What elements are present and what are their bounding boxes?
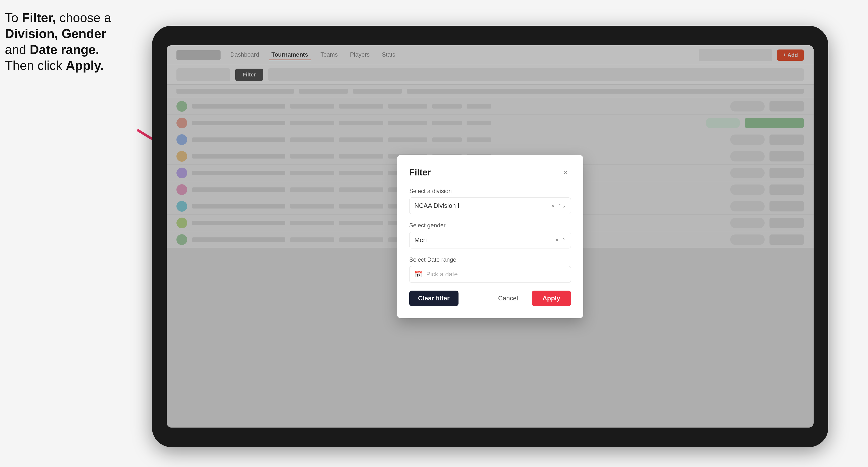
modal-footer: Clear filter Cancel Apply: [409, 290, 571, 306]
date-range-input[interactable]: 📅 Pick a date: [409, 266, 571, 283]
division-select[interactable]: NCAA Division I × ⌃⌄: [409, 197, 571, 214]
instruction-block: To Filter, choose a Division, Gender and…: [5, 10, 147, 73]
instruction-line4: Then click Apply.: [5, 58, 104, 72]
modal-header: Filter ×: [409, 167, 571, 178]
gender-field-group: Select gender Men × ⌃: [409, 222, 571, 248]
division-label: Select a division: [409, 188, 571, 194]
gender-chevron-icon[interactable]: ⌃: [562, 237, 566, 243]
date-label: Select Date range: [409, 256, 571, 263]
date-placeholder: Pick a date: [426, 271, 458, 278]
tablet-screen: Dashboard Tournaments Teams Players Stat…: [167, 45, 814, 428]
modal-backdrop: Filter × Select a division NCAA Division…: [167, 45, 814, 428]
division-value: NCAA Division I: [414, 202, 460, 210]
calendar-icon: 📅: [414, 271, 422, 278]
gender-select[interactable]: Men × ⌃: [409, 232, 571, 248]
instruction-bold-division-gender: Division, Gender: [5, 27, 106, 41]
division-chevron-icon[interactable]: ⌃⌄: [558, 203, 566, 209]
clear-filter-button[interactable]: Clear filter: [409, 290, 459, 306]
instruction-line3: and Date range.: [5, 42, 99, 57]
apply-button[interactable]: Apply: [532, 290, 571, 306]
date-field-group: Select Date range 📅 Pick a date: [409, 256, 571, 283]
division-field-group: Select a division NCAA Division I × ⌃⌄: [409, 188, 571, 214]
close-icon[interactable]: ×: [560, 167, 571, 178]
gender-label: Select gender: [409, 222, 571, 229]
gender-controls: × ⌃: [555, 237, 566, 244]
tablet-frame: Dashboard Tournaments Teams Players Stat…: [152, 26, 828, 447]
gender-clear-icon[interactable]: ×: [555, 237, 559, 244]
division-controls: × ⌃⌄: [551, 203, 566, 209]
division-clear-icon[interactable]: ×: [551, 203, 555, 209]
footer-right: Cancel Apply: [489, 290, 571, 306]
modal-title: Filter: [409, 167, 431, 178]
instruction-line1: To Filter, choose a: [5, 10, 111, 25]
filter-modal: Filter × Select a division NCAA Division…: [397, 155, 583, 318]
gender-value: Men: [414, 236, 427, 244]
cancel-button[interactable]: Cancel: [489, 290, 527, 306]
